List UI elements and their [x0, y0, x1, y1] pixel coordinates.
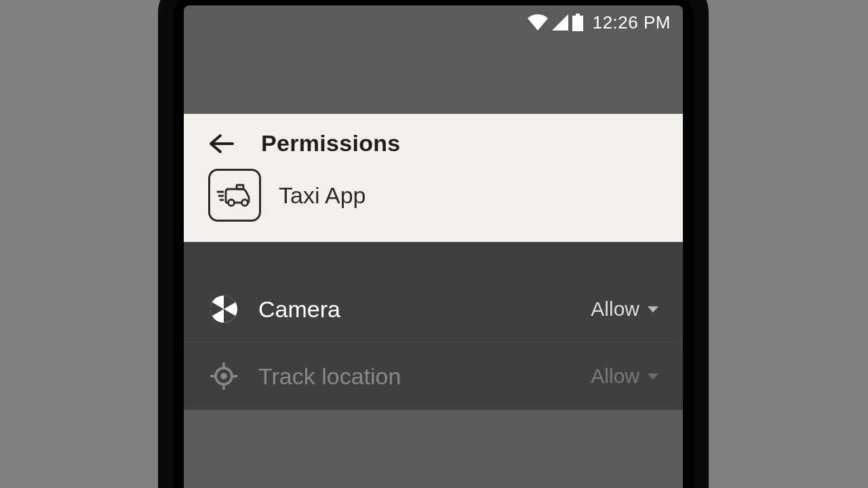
wifi-icon — [528, 14, 548, 30]
page-title: Permissions — [261, 130, 401, 157]
phone-frame: 12:26 PM Permissions — [158, 0, 709, 488]
svg-point-4 — [242, 200, 248, 206]
camera-icon — [208, 293, 239, 325]
cell-signal-icon — [552, 14, 568, 30]
title-row: Permissions — [184, 114, 683, 169]
permission-label: Track location — [258, 363, 572, 390]
svg-rect-2 — [237, 185, 243, 189]
taxi-app-icon — [208, 169, 261, 222]
screen: 12:26 PM Permissions — [184, 5, 683, 488]
permission-item-camera: Camera Allow — [184, 276, 683, 343]
spacer-band — [184, 39, 683, 114]
permission-label: Camera — [258, 296, 572, 323]
permissions-list: Camera Allow — [184, 242, 683, 410]
header-panel: Permissions T — [184, 114, 683, 242]
chevron-down-icon — [648, 306, 658, 312]
permission-item-location: Track location Allow — [184, 343, 683, 410]
app-name: Taxi App — [279, 182, 366, 209]
permission-dropdown-location[interactable]: Allow — [591, 365, 658, 388]
phone-bezel: 12:26 PM Permissions — [173, 0, 694, 488]
battery-icon — [572, 14, 583, 31]
permission-value: Allow — [591, 298, 639, 321]
location-icon — [208, 361, 239, 392]
permission-value: Allow — [591, 365, 639, 388]
permission-dropdown-camera[interactable]: Allow — [591, 298, 658, 321]
back-arrow-icon[interactable] — [208, 133, 234, 155]
svg-rect-0 — [576, 14, 580, 16]
status-time: 12:26 PM — [593, 12, 671, 33]
chevron-down-icon — [648, 373, 658, 380]
svg-point-3 — [229, 200, 235, 206]
app-row: Taxi App — [184, 169, 683, 242]
svg-rect-1 — [572, 16, 583, 31]
svg-point-7 — [222, 374, 226, 378]
status-bar: 12:26 PM — [184, 5, 683, 39]
